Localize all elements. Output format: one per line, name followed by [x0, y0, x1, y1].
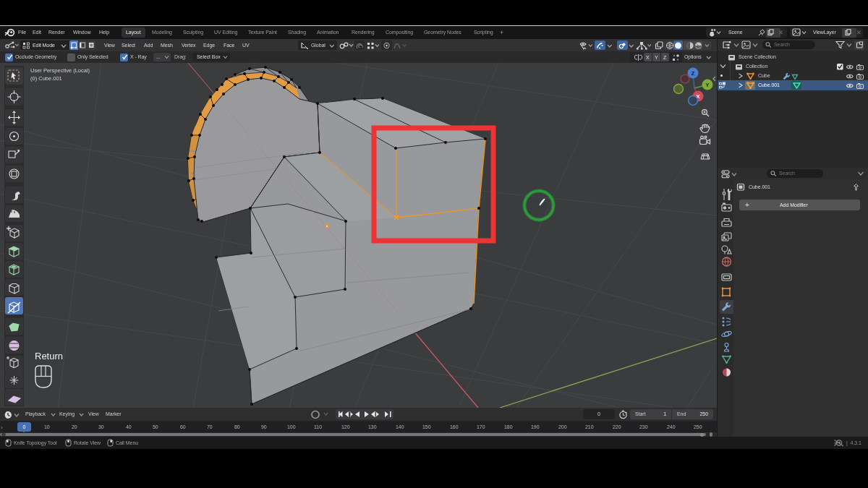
svg-text:Z: Z	[692, 70, 695, 77]
svg-text:Y: Y	[705, 82, 710, 88]
